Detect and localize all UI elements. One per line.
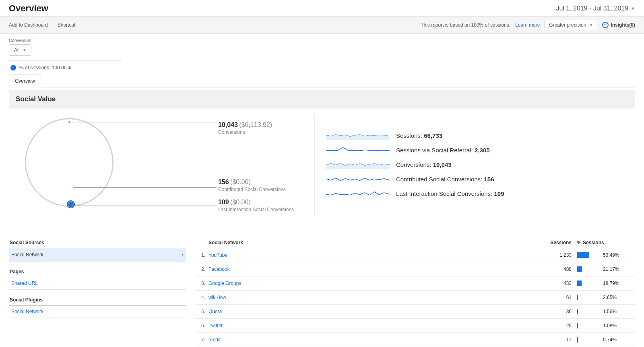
row-pct-sessions: 1.56% xyxy=(577,309,634,314)
row-index: 6. xyxy=(197,323,208,328)
precision-dropdown[interactable]: Greater precision ▼ xyxy=(545,20,597,30)
metric-last-interaction-social-conversions: 109 ($0.00) Last Interaction Social Conv… xyxy=(218,199,294,212)
table-row: 7.reddit170.74% xyxy=(196,333,635,347)
tab-overview[interactable]: Overview xyxy=(9,75,41,87)
row-index: 2. xyxy=(197,266,208,272)
report-sessions-note: This report is based on 100% of sessions… xyxy=(421,22,510,28)
date-range-text: Jul 1, 2019 - Jul 31, 2019 xyxy=(556,5,628,12)
shortcut-button[interactable]: Shortcut xyxy=(58,22,76,28)
social-sources-header: Social Sources xyxy=(9,237,186,248)
insights-icon xyxy=(602,22,609,28)
stat-conversions: Conversions: 10,043 xyxy=(326,160,635,169)
social-sources-social-network[interactable]: Social Network xyxy=(9,248,186,262)
row-index: 7. xyxy=(197,337,208,343)
date-range-selector[interactable]: Jul 1, 2019 - Jul 31, 2019 ▼ xyxy=(556,5,635,12)
social-network-link[interactable]: wikiHow xyxy=(208,295,541,300)
chevron-down-icon: ▼ xyxy=(589,23,593,27)
conversion-label: Conversion: xyxy=(9,38,635,43)
stat-sessions: Sessions: 66,733 xyxy=(326,131,635,140)
col-social-network[interactable]: Social Network xyxy=(208,240,541,245)
learn-more-link[interactable]: Learn more xyxy=(515,22,540,28)
row-index: 4. xyxy=(197,295,208,300)
row-sessions: 36 xyxy=(541,309,577,314)
row-sessions: 488 xyxy=(541,266,577,272)
sessions-pct-text: % of sessions: 100.00% xyxy=(19,65,71,71)
add-to-dashboard-button[interactable]: Add to Dashboard xyxy=(9,22,48,28)
conversion-dropdown[interactable]: All ▼ xyxy=(9,44,31,56)
row-pct-sessions: 2.65% xyxy=(577,295,634,300)
sparkline-icon xyxy=(326,145,390,155)
row-pct-sessions: 53.49% xyxy=(577,252,634,258)
row-sessions: 25 xyxy=(541,323,577,328)
table-row: 1.YouTube1,23353.49% xyxy=(196,248,635,262)
row-pct-sessions: 18.79% xyxy=(577,281,634,286)
sparkline-icon xyxy=(326,160,390,169)
row-index: 5. xyxy=(197,309,208,314)
social-network-link[interactable]: reddit xyxy=(208,337,541,343)
social-network-link[interactable]: Google Groups xyxy=(208,281,541,286)
stat-last-interaction-social-conversions: Last Interaction Social Conversions: 109 xyxy=(326,189,635,198)
insights-label: Insights(8) xyxy=(611,22,635,28)
toolbar: Add to Dashboard Shortcut This report is… xyxy=(0,16,644,34)
table-row: 6.Twitter251.08% xyxy=(196,319,635,333)
stat-contributed-social-conversions: Contributed Social Conversions: 156 xyxy=(326,174,635,184)
chevron-down-icon: ▼ xyxy=(23,48,26,52)
table-row: 5.Quora361.56% xyxy=(196,305,635,319)
social-network-link[interactable]: Quora xyxy=(208,309,541,314)
row-sessions: 433 xyxy=(541,281,577,286)
page-title: Overview xyxy=(9,3,48,14)
table-row: 3.Google Groups43318.79% xyxy=(196,276,635,291)
row-sessions: 17 xyxy=(541,337,577,343)
plugins-social-network-link[interactable]: Social Network xyxy=(9,305,186,318)
row-sessions: 1,233 xyxy=(541,252,577,258)
stat-sessions-via-social-referral: Sessions via Social Referral: 2,305 xyxy=(326,145,635,155)
sparkline-icon xyxy=(326,189,390,198)
row-index: 1. xyxy=(197,252,208,258)
social-network-link[interactable]: YouTube xyxy=(208,252,541,258)
row-sessions: 61 xyxy=(541,295,577,300)
chevron-down-icon: ▼ xyxy=(631,6,635,11)
legend-dot-icon xyxy=(10,65,16,71)
col-percent-sessions[interactable]: % Sessions xyxy=(577,240,634,245)
sparkline-icon xyxy=(326,174,390,184)
social-plugins-header: Social Plugins xyxy=(9,295,186,305)
table-row: 4.wikiHow612.65% xyxy=(196,291,635,305)
conversion-selected: All xyxy=(14,47,19,53)
social-network-link[interactable]: Facebook xyxy=(208,266,541,272)
insights-button[interactable]: Insights(8) xyxy=(602,22,635,28)
table-row: 2.Facebook48821.17% xyxy=(196,262,635,276)
metric-contributed-social-conversions: 156 ($0.00) Contributed Social Conversio… xyxy=(218,179,286,192)
row-pct-sessions: 21.17% xyxy=(577,266,634,272)
table-header: Social Network Sessions % Sessions xyxy=(196,237,635,248)
row-pct-sessions: 0.74% xyxy=(577,337,634,343)
panel-title: Social Value xyxy=(9,90,635,108)
pages-header: Pages xyxy=(9,266,186,277)
social-value-diagram xyxy=(25,118,122,215)
col-sessions[interactable]: Sessions xyxy=(541,240,577,245)
pages-shared-url-link[interactable]: Shared URL xyxy=(9,277,186,290)
metric-conversions: 10,043 ($6,113.92) Conversions xyxy=(218,121,272,135)
row-index: 3. xyxy=(197,281,208,286)
sparkline-icon xyxy=(326,131,390,140)
row-pct-sessions: 1.08% xyxy=(577,323,634,328)
social-network-link[interactable]: Twitter xyxy=(208,323,541,328)
precision-label: Greater precision xyxy=(549,22,586,28)
